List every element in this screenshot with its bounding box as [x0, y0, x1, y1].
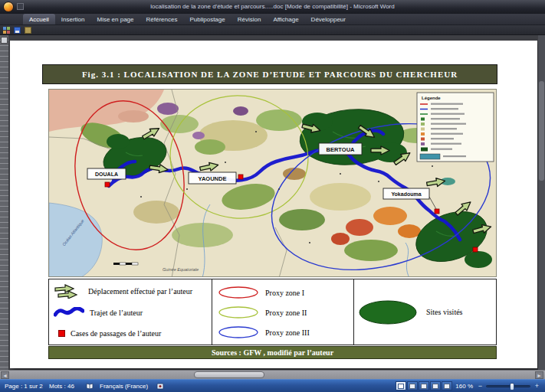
status-bar: Page : 1 sur 2 Mots : 46 Français (Franc… — [0, 379, 545, 392]
language-indicator[interactable]: Français (France) — [100, 380, 148, 392]
title-bar: localisation de la zone d'étude et parco… — [0, 0, 545, 14]
tab-revision[interactable]: Révision — [231, 14, 268, 24]
tab-insertion[interactable]: Insertion — [55, 14, 91, 24]
map-legend-box: Légende — [417, 93, 494, 162]
tab-mise-en-page[interactable]: Mise en page — [90, 14, 140, 24]
legend-label: Cases de passages de l’auteur — [71, 329, 161, 338]
outline-view-button[interactable] — [430, 381, 441, 390]
macro-record-icon[interactable] — [156, 383, 164, 390]
proxy-zone-3-icon — [217, 325, 260, 339]
scroll-left-icon[interactable]: ◄ — [1, 371, 9, 379]
map-svg: Océan Atlantique — [49, 90, 497, 277]
web-layout-view-button[interactable] — [419, 381, 429, 390]
legend-label: Proxy zone III — [265, 328, 310, 337]
legend-label: Proxy zone I — [265, 289, 304, 297]
legend-item-sites: Sites visités — [357, 299, 463, 325]
city-label-yaounde: YAOUNDE — [199, 175, 227, 182]
zoom-in-button[interactable]: + — [533, 382, 541, 390]
proxy-zone-2-icon — [217, 305, 260, 319]
city-label-bertoua: BERTOUA — [327, 146, 356, 153]
page-indicator[interactable]: Page : 1 sur 2 — [5, 380, 43, 392]
figure-legend-table: Déplacement effectué par l’auteur Trajet… — [48, 279, 497, 345]
word-count[interactable]: Mots : 46 — [49, 380, 74, 392]
save-icon[interactable] — [14, 27, 21, 34]
view-shortcuts — [396, 381, 452, 390]
red-square-icon — [58, 330, 65, 337]
word-window: localisation de la zone d'étude et parco… — [0, 0, 545, 392]
zoom-slider-thumb[interactable] — [510, 383, 514, 390]
tab-publipostage[interactable]: Publipostage — [183, 14, 231, 24]
tab-developpeur[interactable]: Développeur — [305, 14, 352, 24]
map-figure[interactable]: Océan Atlantique — [48, 89, 497, 277]
print-layout-view-button[interactable] — [396, 381, 406, 390]
arrows-icon — [54, 283, 83, 299]
window-title: localisation de la zone d'étude et parco… — [0, 0, 545, 14]
proxy-zone-1-icon — [217, 286, 260, 299]
tab-selector[interactable] — [1, 37, 8, 44]
legend-item-cases: Cases de passages de l’auteur — [54, 325, 161, 341]
legend-label: Déplacement effectué par l’auteur — [88, 287, 192, 296]
vertical-scrollbar-thumb[interactable] — [539, 81, 544, 181]
country-label: Guinée Equatoriale — [163, 267, 199, 272]
legend-column-3: Sites visités — [353, 279, 496, 345]
quick-access-toolbar — [0, 25, 545, 35]
document-area: Fig. 3.1 : LOCALISATION DE LA ZONE D’ETU… — [0, 35, 545, 370]
tab-accueil[interactable]: Accueil — [23, 14, 55, 24]
ribbon-tab-row: Accueil Insertion Mise en page Référence… — [0, 14, 545, 25]
customize-icon[interactable] — [3, 27, 10, 34]
sites-ellipse-icon — [357, 299, 419, 325]
legend-label: Proxy zone II — [265, 309, 307, 317]
zoom-out-button[interactable]: − — [476, 382, 484, 390]
vertical-scrollbar[interactable] — [538, 35, 545, 370]
sources-bar: Sources : GFW , modifié par l’auteur — [48, 346, 497, 359]
horizontal-scrollbar[interactable]: ◄ ► — [0, 370, 545, 379]
tab-affichage[interactable]: Affichage — [267, 14, 304, 24]
legend-column-2: Proxy zone I Proxy zone II Proxy zone II… — [212, 279, 353, 345]
city-label-douala: DOUALA — [95, 172, 118, 177]
legend-item-proxy-2: Proxy zone II — [217, 304, 307, 321]
legend-item-proxy-3: Proxy zone III — [217, 324, 310, 341]
map-legend-title: Légende — [422, 96, 441, 100]
legend-item-deplacement: Déplacement effectué par l’auteur — [54, 283, 192, 299]
fullscreen-view-button[interactable] — [407, 381, 418, 390]
scale-bar — [113, 263, 138, 265]
legend-item-trajet: Trajet de l’auteur — [54, 304, 143, 321]
format-painter-icon[interactable] — [25, 27, 31, 34]
legend-label: Sites visités — [426, 308, 463, 316]
legend-column-1: Déplacement effectué par l’auteur Trajet… — [49, 279, 212, 345]
proofing-icon[interactable] — [86, 383, 94, 390]
city-label-yokadouma: Yokadouma — [391, 191, 421, 197]
legend-label: Trajet de l’auteur — [90, 309, 143, 317]
scroll-right-icon[interactable]: ► — [535, 371, 543, 379]
legend-item-proxy-1: Proxy zone I — [217, 284, 304, 301]
tab-references[interactable]: Références — [140, 14, 184, 24]
document-page[interactable]: Fig. 3.1 : LOCALISATION DE LA ZONE D’ETU… — [10, 41, 537, 368]
horizontal-scrollbar-thumb[interactable] — [194, 371, 264, 378]
trajet-line-icon — [54, 307, 84, 318]
figure-title: Fig. 3.1 : LOCALISATION DE LA ZONE D’ETU… — [42, 64, 497, 84]
vertical-ruler — [0, 35, 8, 370]
zoom-slider[interactable] — [486, 385, 530, 387]
zoom-level[interactable]: 160 % — [448, 380, 473, 392]
